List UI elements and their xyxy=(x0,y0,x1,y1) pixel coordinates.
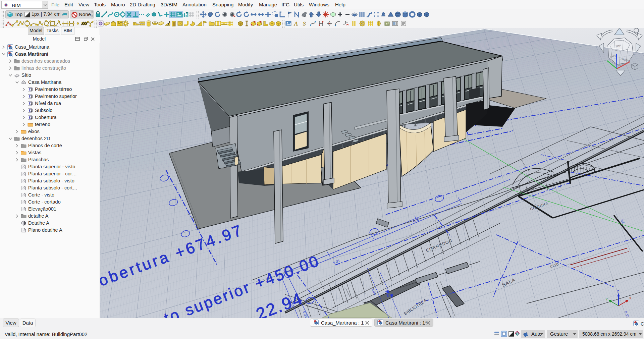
svg-text:X: X xyxy=(629,296,631,300)
svg-text:S: S xyxy=(303,20,306,27)
svg-text:A: A xyxy=(294,20,298,27)
svg-text:Y: Y xyxy=(606,298,608,301)
svg-text:Z: Z xyxy=(617,290,619,293)
